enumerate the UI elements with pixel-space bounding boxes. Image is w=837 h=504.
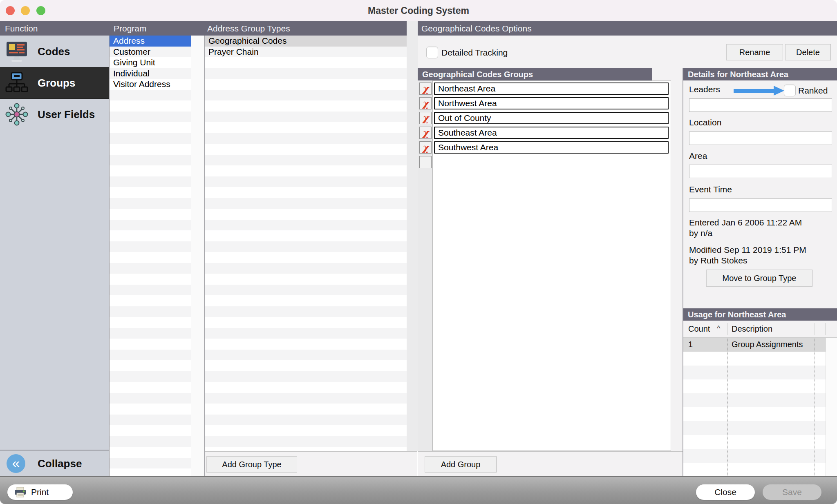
empty-row: [110, 317, 191, 328]
empty-row: [205, 187, 407, 198]
empty-row: [110, 350, 191, 361]
save-button[interactable]: Save: [763, 484, 821, 500]
program-item[interactable]: Individual: [110, 68, 191, 79]
group-name-field[interactable]: [434, 141, 669, 154]
empty-row: [205, 371, 407, 382]
empty-row: [205, 447, 407, 451]
program-item[interactable]: Customer: [110, 47, 191, 58]
area-label: Area: [689, 151, 707, 161]
sidebar-item-user-fields[interactable]: User Fields: [0, 98, 109, 130]
rename-button[interactable]: Rename: [726, 44, 783, 60]
delete-group-x-icon[interactable]: χ: [419, 112, 432, 124]
group-type-item[interactable]: Prayer Chain: [205, 47, 407, 58]
delete-group-x-icon[interactable]: χ: [419, 97, 432, 109]
description-column-header[interactable]: Description: [732, 324, 772, 334]
empty-row: [205, 165, 407, 176]
empty-row: [683, 463, 826, 476]
event-time-input[interactable]: [689, 198, 832, 212]
usage-table-body: 1Group Assignments: [683, 338, 837, 476]
usage-row[interactable]: 1Group Assignments: [683, 338, 826, 352]
entered-info-line2: by n/a: [689, 228, 712, 238]
ranked-checkbox[interactable]: [784, 85, 796, 96]
sidebar-item-groups[interactable]: Groups: [0, 67, 109, 99]
empty-row: [205, 57, 407, 68]
app-window: Master Coding System Function Program Ad…: [0, 0, 837, 504]
empty-row: [683, 379, 826, 393]
empty-row: [205, 230, 407, 241]
sort-ascending-icon[interactable]: ^: [717, 324, 720, 333]
hub-spokes-icon: [5, 103, 29, 126]
group-type-item[interactable]: Geographical Codes: [205, 36, 407, 47]
column-separator: [727, 338, 728, 476]
pane-gap: [407, 36, 418, 451]
options-header-bar: Geographical Codes Options: [418, 21, 837, 36]
print-button[interactable]: Print: [7, 484, 73, 500]
empty-row: [205, 328, 407, 339]
title-bar: Master Coding System: [0, 0, 837, 21]
pointer-arrow-icon: [734, 85, 785, 97]
add-group-type-button[interactable]: Add Group Type: [206, 456, 297, 473]
sidebar-item-label: User Fields: [38, 108, 95, 121]
usage-panel-title: Usage for Northeast Area: [688, 310, 786, 319]
collapse-button[interactable]: « Collapse: [0, 450, 109, 477]
program-scrollbar[interactable]: [191, 36, 204, 476]
program-column-header: Program: [114, 24, 147, 33]
location-label: Location: [689, 118, 721, 127]
collapse-label: Collapse: [38, 457, 82, 470]
empty-row: [110, 306, 191, 317]
area-input[interactable]: [689, 165, 832, 178]
print-label: Print: [31, 484, 49, 500]
empty-row: [683, 352, 826, 366]
groups-panel-title: Geographical Codes Groups: [422, 70, 533, 79]
options-column-header: Geographical Codes Options: [421, 24, 532, 33]
empty-row: [110, 371, 191, 382]
empty-row: [110, 112, 191, 123]
program-item[interactable]: Address: [110, 36, 191, 47]
column-header-bar: Function Program Address Group Types: [0, 21, 407, 36]
close-button[interactable]: Close: [696, 484, 755, 500]
empty-row: [110, 285, 191, 296]
count-column-header[interactable]: Count: [688, 324, 710, 334]
program-item[interactable]: Visitor Address: [110, 79, 191, 90]
usage-scrollbar[interactable]: [826, 338, 837, 476]
function-column-header: Function: [5, 24, 38, 33]
group-name-field[interactable]: [434, 127, 669, 139]
group-name-field[interactable]: [434, 97, 669, 109]
empty-row: [205, 155, 407, 166]
empty-row: [205, 90, 407, 101]
group-name-field[interactable]: [434, 112, 669, 124]
leaders-input[interactable]: [689, 98, 832, 112]
empty-row: [110, 155, 191, 166]
empty-row: [205, 241, 407, 252]
sidebar-item-label: Groups: [38, 77, 75, 89]
empty-row: [205, 285, 407, 296]
move-to-group-type-button[interactable]: Move to Group Type: [706, 270, 812, 287]
column-separator: [727, 323, 728, 335]
entered-info-line1: Entered Jan 6 2006 11:22 AM: [689, 218, 802, 227]
empty-row: [205, 122, 407, 133]
empty-row: [110, 198, 191, 209]
empty-row: [110, 100, 191, 112]
modified-info-line1: Modified Sep 11 2019 1:51 PM: [689, 245, 806, 255]
delete-group-x-icon[interactable]: χ: [419, 83, 432, 95]
add-group-button[interactable]: Add Group: [425, 456, 497, 473]
detailed-tracking-checkbox[interactable]: [426, 47, 438, 58]
empty-row: [110, 295, 191, 306]
empty-row: [205, 436, 407, 447]
group-name-field[interactable]: [434, 83, 669, 95]
location-input[interactable]: [689, 132, 832, 145]
header-gap: [407, 21, 418, 36]
delete-group-x-icon[interactable]: χ: [419, 127, 432, 139]
sidebar-item-codes[interactable]: Codes: [0, 36, 109, 67]
groups-panel-header: Geographical Codes Groups: [418, 68, 652, 80]
empty-row: [205, 133, 407, 144]
group-type-list: Geographical CodesPrayer Chain: [205, 36, 407, 451]
column-separator: [825, 323, 826, 335]
delete-group-x-icon[interactable]: χ: [419, 141, 432, 154]
program-item[interactable]: Giving Unit: [110, 57, 191, 68]
delete-button[interactable]: Delete: [785, 44, 831, 60]
column-separator: [815, 323, 815, 335]
empty-row: [205, 404, 407, 415]
function-sidebar: Codes Groups: [0, 36, 109, 476]
empty-row: [110, 339, 191, 350]
